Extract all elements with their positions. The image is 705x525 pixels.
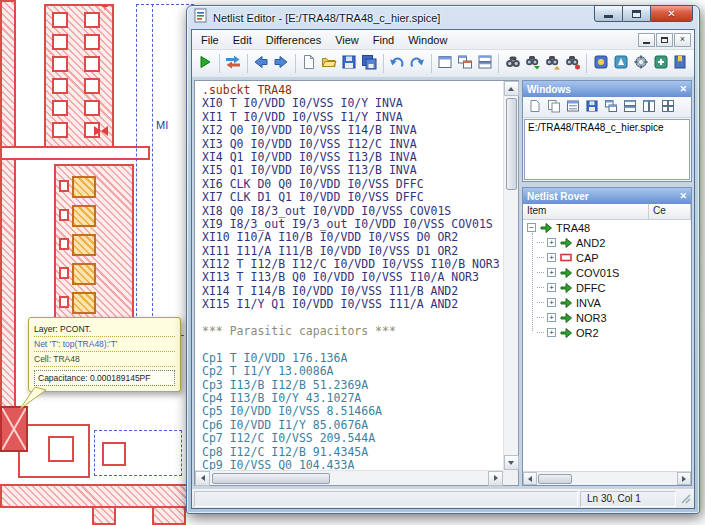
menu-window[interactable]: Window	[401, 32, 454, 48]
arrange-windows-button[interactable]	[659, 99, 676, 116]
arrow-up-icon	[508, 87, 514, 91]
side-panels: Windows ✕ E:/TRA48/TRA48_c_hier.spice Ne…	[522, 80, 692, 486]
menu-file[interactable]: File	[194, 32, 226, 48]
tree-item-tra48[interactable]: −TRA48	[523, 220, 691, 235]
back-button[interactable]	[252, 52, 271, 75]
windows-list-item[interactable]: E:/TRA48/TRA48_c_hier.spice	[525, 120, 689, 135]
cascade-windows-icon	[604, 99, 618, 116]
collapse-icon[interactable]: −	[527, 223, 536, 232]
maximize-button[interactable]	[623, 5, 650, 22]
cell-icon	[559, 326, 573, 339]
find-button[interactable]	[503, 52, 522, 75]
menu-edit[interactable]: Edit	[226, 32, 259, 48]
windows-panel-close-icon[interactable]: ✕	[679, 84, 687, 94]
title-bar[interactable]: Netlist Editor - [E:/TRA48/TRA48_c_hier.…	[191, 6, 695, 29]
bookmark-icon	[672, 54, 688, 73]
vertical-scroll-thumb[interactable]	[506, 98, 517, 190]
expand-icon[interactable]: +	[547, 298, 556, 307]
rover-scroll-thumb[interactable]	[538, 474, 572, 484]
resize-grip[interactable]	[678, 491, 692, 507]
options-icon	[633, 54, 649, 73]
contact	[52, 34, 68, 50]
scroll-left-button[interactable]	[195, 471, 210, 486]
tree-item-cov01s[interactable]: +COV01S	[523, 265, 691, 280]
code-line: *** Parasitic capacitors ***	[202, 325, 503, 338]
rover-panel-close-icon[interactable]: ✕	[679, 191, 687, 201]
undo-button[interactable]	[388, 52, 407, 75]
scroll-up-button[interactable]	[504, 81, 519, 96]
cross-probe-button[interactable]	[651, 52, 670, 75]
rover-tree[interactable]: −TRA48+AND2+CAP+COV01S+DFFC+INVA+NOR3+OR…	[523, 220, 691, 471]
new-file-icon	[301, 54, 317, 73]
cascade-windows-button[interactable]	[602, 99, 619, 116]
close-button[interactable]: ✕	[650, 5, 693, 22]
windows-panel-header[interactable]: Windows ✕	[523, 81, 691, 97]
tree-item-inva[interactable]: +INVA	[523, 295, 691, 310]
expand-icon[interactable]: +	[547, 313, 556, 322]
tree-item-or2[interactable]: +OR2	[523, 325, 691, 340]
bookmark-button[interactable]	[671, 52, 690, 75]
tile-vertical-button[interactable]	[640, 99, 657, 116]
expand-icon[interactable]: +	[547, 268, 556, 277]
probe-net-button[interactable]	[591, 52, 610, 75]
probe-device-button[interactable]	[611, 52, 630, 75]
windows-panel-title: Windows	[527, 84, 571, 95]
new-file-button[interactable]	[300, 52, 319, 75]
editor-content[interactable]: .subckt TRA48XI0 T I0/VDD I0/VSS I0/Y IN…	[195, 81, 503, 470]
menu-differences[interactable]: Differences	[259, 32, 328, 48]
scroll-down-button[interactable]	[504, 455, 519, 470]
redo-button[interactable]	[408, 52, 427, 75]
window-single-button[interactable]	[436, 52, 455, 75]
tree-item-dffc[interactable]: +DFFC	[523, 280, 691, 295]
run-button[interactable]	[196, 52, 215, 75]
code-line: Cp6 I0/VDD I1/Y 85.0676A	[202, 419, 503, 432]
code-line: XI10 I10/A I10/B I0/VDD I0/VSS D0 OR2	[202, 231, 503, 244]
options-button[interactable]	[631, 52, 650, 75]
find-next-button[interactable]	[523, 52, 542, 75]
rover-scroll-right-button[interactable]	[677, 472, 691, 485]
save-file-button[interactable]	[340, 52, 359, 75]
mdi-minimize-button[interactable]	[638, 33, 655, 47]
forward-button[interactable]	[272, 52, 291, 75]
mdi-restore-button[interactable]	[656, 33, 673, 47]
windows-list[interactable]: E:/TRA48/TRA48_c_hier.spice	[524, 119, 690, 180]
column-header-cell[interactable]: Ce	[649, 204, 691, 220]
find-previous-button[interactable]	[543, 52, 562, 75]
window-list-button[interactable]	[564, 99, 581, 116]
tree-item-and2[interactable]: +AND2	[523, 235, 691, 250]
find-in-files-button[interactable]	[563, 52, 582, 75]
compare-button[interactable]	[224, 52, 243, 75]
tile-horizontal-button[interactable]	[621, 99, 638, 116]
code-line: XI15 I1/Y Q1 I0/VDD I0/VSS I11/A AND2	[202, 298, 503, 311]
expand-icon[interactable]: +	[547, 253, 556, 262]
editor-horizontal-scrollbar[interactable]	[195, 470, 503, 485]
window-client-area: FileEditDifferencesViewFindWindow × .sub…	[191, 29, 695, 509]
editor-vertical-scrollbar[interactable]	[503, 81, 518, 470]
open-file-button[interactable]	[320, 52, 339, 75]
expand-icon[interactable]: +	[547, 328, 556, 337]
rover-panel-header[interactable]: Netlist Rover ✕	[523, 188, 691, 204]
rover-scroll-track[interactable]	[537, 474, 677, 484]
probe-net-icon	[593, 54, 609, 73]
save-all-button[interactable]	[360, 52, 379, 75]
menu-find[interactable]: Find	[366, 32, 401, 48]
tree-item-cap[interactable]: +CAP	[523, 250, 691, 265]
rover-scroll-left-button[interactable]	[523, 472, 537, 485]
expand-icon[interactable]: +	[547, 238, 556, 247]
save-session-button[interactable]	[583, 99, 600, 116]
scroll-right-button[interactable]	[488, 471, 503, 486]
netlist-editor[interactable]: .subckt TRA48XI0 T I0/VDD I0/VSS I0/Y IN…	[194, 80, 519, 486]
copy-window-button[interactable]	[545, 99, 562, 116]
column-header-item[interactable]: Item	[523, 204, 649, 220]
expand-icon[interactable]: +	[547, 283, 556, 292]
window-tile-button[interactable]	[475, 52, 494, 75]
horizontal-scroll-thumb[interactable]	[212, 473, 330, 484]
window-list-icon	[566, 99, 580, 116]
new-window-button[interactable]	[526, 99, 543, 116]
tree-item-nor3[interactable]: +NOR3	[523, 310, 691, 325]
menu-view[interactable]: View	[328, 32, 366, 48]
mdi-close-button[interactable]: ×	[674, 33, 691, 47]
window-cascade-button[interactable]	[455, 52, 474, 75]
minimize-button[interactable]	[594, 5, 623, 22]
rover-horizontal-scrollbar[interactable]	[523, 471, 691, 485]
